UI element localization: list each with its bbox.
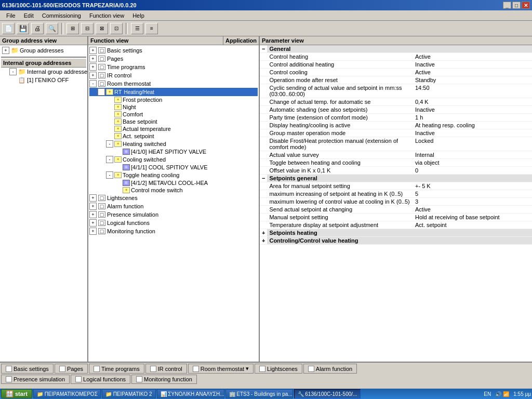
tree-item-18[interactable]: ☀Control mode switch: [89, 187, 258, 194]
section-header-2[interactable]: +Setpoints heating: [260, 229, 532, 237]
expand-btn-19[interactable]: +: [89, 194, 97, 202]
param-value-0-6[interactable]: Inactive: [413, 106, 532, 114]
tree-item-8[interactable]: ☀Comfort: [89, 111, 258, 118]
tab-lightscenes[interactable]: Lightscenes: [255, 364, 302, 374]
param-row-1-1[interactable]: maximum increasing of setpoint at heatin…: [260, 190, 532, 198]
taskbar-item-4[interactable]: 🔧 6136/100C-101-500/...: [294, 389, 361, 398]
tree-item-4[interactable]: -□Room thermostat: [89, 79, 258, 88]
param-value-1-3[interactable]: Active: [413, 206, 532, 214]
tree-item-10[interactable]: ☀Actual temperature: [89, 125, 258, 132]
expand-btn-3[interactable]: +: [89, 72, 97, 79]
param-row-0-10[interactable]: Disable Frost/Heat protection manual (ex…: [260, 137, 532, 151]
tab-ir-control[interactable]: IR control: [145, 364, 187, 374]
internal-sub-item[interactable]: 📋 [1] ΓΕΝΙΚΟ OFF: [1, 76, 86, 84]
maximize-button[interactable]: □: [512, 2, 521, 9]
param-row-0-2[interactable]: Control coolingActive: [260, 69, 532, 76]
tab-basic-settings[interactable]: Basic settings: [1, 364, 54, 374]
new-button[interactable]: 📄: [2, 23, 15, 34]
menu-commissioning[interactable]: Commissioning: [38, 11, 85, 20]
param-value-0-13[interactable]: 0: [413, 167, 532, 175]
search-button[interactable]: 🔍: [46, 23, 58, 34]
expand-btn-12[interactable]: -: [106, 140, 113, 148]
param-value-0-0[interactable]: Active: [413, 53, 532, 61]
param-row-1-3[interactable]: Send actual setpoint at changingActive: [260, 206, 532, 214]
param-row-0-12[interactable]: Toggle between heating and coolingvia ob…: [260, 159, 532, 167]
tree-item-14[interactable]: -☀Cooling switched: [89, 155, 258, 164]
expand-btn-0[interactable]: +: [89, 47, 97, 54]
expand-internal[interactable]: -: [9, 68, 17, 75]
expand-btn-4[interactable]: -: [89, 80, 97, 87]
grid-button-2[interactable]: ⊟: [81, 23, 94, 34]
param-row-1-5[interactable]: Temperature display at setpoint adjustme…: [260, 221, 532, 229]
tree-item-17[interactable]: ⊞[4/1/2] METAVOLI COOL-HEA: [89, 179, 258, 187]
tree-item-21[interactable]: +□Presence simulation: [89, 210, 258, 219]
tree-item-12[interactable]: -☀Heating switched: [89, 140, 258, 148]
param-value-1-2[interactable]: 3: [413, 198, 532, 206]
param-row-0-9[interactable]: Group master operation modeInactive: [260, 129, 532, 137]
tree-item-2[interactable]: +□Time programs: [89, 63, 258, 71]
tree-item-16[interactable]: -☀Toggle heating cooling: [89, 171, 258, 179]
menu-file[interactable]: File: [2, 11, 20, 20]
param-value-0-1[interactable]: Inactive: [413, 61, 532, 69]
param-row-0-3[interactable]: Operation mode after resetStandby: [260, 76, 532, 84]
tree-item-5[interactable]: -☀RTHeating/Heat: [89, 88, 258, 96]
tree-item-6[interactable]: ☀Frost protection: [89, 96, 258, 103]
tab2-monitoring-function[interactable]: Monitoring function: [131, 375, 197, 384]
param-row-0-0[interactable]: Control heatingActive: [260, 53, 532, 61]
expand-btn-21[interactable]: +: [89, 211, 97, 218]
param-value-1-5[interactable]: Act. setpoint: [413, 221, 532, 229]
list-button-1[interactable]: ☰: [131, 23, 143, 34]
group-addresses-item[interactable]: + 📁 Group addresses: [1, 46, 86, 55]
tree-item-3[interactable]: +□IR control: [89, 71, 258, 79]
tree-item-15[interactable]: ⊞[4/1/1] COOL SPITIOY VALVE: [89, 164, 258, 171]
taskbar-item-0[interactable]: 📁 ΠΕΙΡΑΜΑΤΙΚΟΜΕΡΟΣ: [33, 389, 101, 398]
expand-btn-23[interactable]: +: [89, 228, 97, 235]
param-row-0-7[interactable]: Party time (extension of comfort mode)1 …: [260, 114, 532, 122]
param-row-0-8[interactable]: Display heating/cooling is activeAt heat…: [260, 122, 532, 129]
param-row-1-0[interactable]: Area for manual setpoint setting+- 5 K: [260, 182, 532, 190]
taskbar-item-2[interactable]: 📊 ΣΥΝΟΛΙΚΗ ΑΝΑΛΥΣΗ...: [157, 389, 224, 398]
tab-time-programs[interactable]: Time programs: [89, 364, 144, 374]
expand-btn-1[interactable]: +: [89, 55, 97, 62]
param-value-1-0[interactable]: +- 5 K: [413, 182, 532, 190]
tab-dropdown-icon-4[interactable]: ▾: [246, 365, 249, 372]
param-value-0-7[interactable]: 1 h: [413, 114, 532, 122]
expand-btn-22[interactable]: +: [89, 219, 97, 227]
param-value-0-11[interactable]: Internal: [413, 151, 532, 159]
tree-item-0[interactable]: +□Basic settings: [89, 46, 258, 55]
tree-item-7[interactable]: ☀Night: [89, 103, 258, 111]
list-button-2[interactable]: ≡: [145, 23, 158, 34]
tree-item-20[interactable]: +□Alarm function: [89, 202, 258, 210]
param-value-1-4[interactable]: Hold at receiving of base setpoint: [413, 214, 532, 221]
param-value-0-4[interactable]: 14:50: [413, 84, 532, 98]
tab-pages[interactable]: Pages: [55, 364, 88, 374]
grid-button-3[interactable]: ⊠: [96, 23, 108, 34]
section-expand-1[interactable]: −: [262, 175, 265, 181]
expand-btn-5[interactable]: -: [98, 88, 105, 96]
save-button[interactable]: 💾: [17, 23, 29, 34]
param-row-0-5[interactable]: Change of actual temp. for automatic se0…: [260, 98, 532, 106]
section-expand-3[interactable]: +: [262, 237, 265, 244]
menu-edit[interactable]: Edit: [20, 11, 38, 20]
expand-btn-14[interactable]: -: [106, 156, 113, 163]
param-value-0-9[interactable]: Inactive: [413, 129, 532, 137]
menu-functionview[interactable]: Function view: [85, 11, 128, 20]
param-row-1-4[interactable]: Manual setpoint settingHold at receiving…: [260, 214, 532, 221]
expand-btn-16[interactable]: -: [106, 171, 113, 179]
expand-btn-2[interactable]: +: [89, 63, 97, 71]
section-expand-0[interactable]: −: [262, 46, 265, 52]
taskbar-item-1[interactable]: 📁 ΠΕΙΡΑΜΑΤΙΚΟ 2: [102, 389, 156, 398]
param-row-1-2[interactable]: maximum lowering of control value at coo…: [260, 198, 532, 206]
tree-item-9[interactable]: ☀Base setpoint: [89, 118, 258, 125]
param-value-0-8[interactable]: At heating resp. cooling: [413, 122, 532, 129]
param-row-0-11[interactable]: Actual value surveyInternal: [260, 151, 532, 159]
section-header-0[interactable]: −General: [260, 45, 532, 53]
tree-item-1[interactable]: +□Pages: [89, 55, 258, 63]
tree-item-23[interactable]: +□Monitoring function: [89, 227, 258, 235]
tree-item-13[interactable]: ⊞[4/1/0] HEAT SPITIOY VALVE: [89, 148, 258, 155]
expand-group-addresses[interactable]: +: [2, 47, 9, 54]
section-expand-2[interactable]: +: [262, 230, 265, 236]
param-row-0-4[interactable]: Cyclic sending of actual value and setpo…: [260, 84, 532, 98]
tab2-logical-functions[interactable]: Logical functions: [71, 375, 130, 384]
param-value-1-1[interactable]: 5: [413, 190, 532, 198]
